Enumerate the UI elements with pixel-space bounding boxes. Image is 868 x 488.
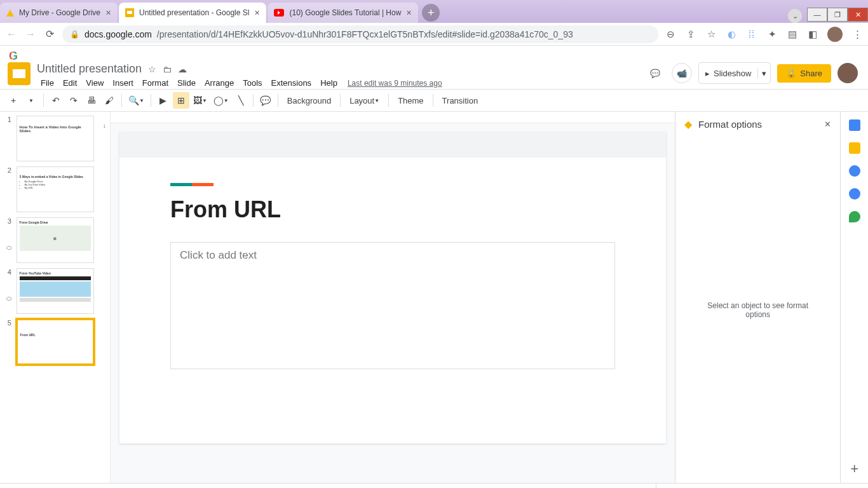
menu-file[interactable]: File: [37, 77, 58, 89]
close-icon[interactable]: ✕: [254, 9, 260, 17]
close-icon[interactable]: ✕: [406, 9, 412, 17]
tasks-icon[interactable]: [849, 165, 860, 177]
thumb-content: How To Insert a Video Into Google Slides: [17, 116, 94, 161]
canvas-area: 1 From URL Click to add text: [99, 112, 675, 483]
reading-list-icon[interactable]: ▤: [787, 29, 798, 40]
slide[interactable]: From URL Click to add text: [119, 132, 666, 444]
theme-button[interactable]: Theme: [393, 92, 428, 109]
lock-icon: 🔒: [70, 30, 79, 39]
speaker-notes[interactable]: Click to add speaker notes: [0, 483, 656, 488]
side-panel-icon[interactable]: ◧: [807, 29, 818, 40]
contacts-icon[interactable]: [849, 188, 860, 200]
panel-empty-state: Select an object to see format options: [675, 137, 840, 483]
slide-canvas[interactable]: From URL Click to add text: [111, 123, 675, 483]
undo-button[interactable]: ↶: [48, 92, 64, 109]
share-button[interactable]: 🔒 Share: [777, 64, 831, 83]
slide-header-strip: [119, 132, 666, 158]
browser-tab-youtube[interactable]: (10) Google Slides Tutorial | How ✕: [268, 3, 418, 23]
url-field[interactable]: 🔒 docs.google.com/presentation/d/14HEfKz…: [62, 25, 658, 43]
last-edit[interactable]: Last edit was 9 minutes ago: [348, 79, 442, 88]
menu-arrange[interactable]: Arrange: [201, 77, 238, 89]
format-options-panel: ◆ Format options ✕ Select an object to s…: [675, 112, 840, 483]
slide-thumb-5[interactable]: 5 From URL: [5, 319, 94, 365]
comments-button[interactable]: 💬: [645, 63, 665, 83]
zoom-button[interactable]: 🔍 ▼: [126, 92, 147, 109]
meet-button[interactable]: 📹: [672, 63, 692, 83]
chrome-menu-icon[interactable]: ⋮: [851, 29, 863, 40]
slide-thumb-1[interactable]: 1 How To Insert a Video Into Google Slid…: [5, 116, 94, 161]
back-button[interactable]: ←: [5, 29, 18, 40]
extensions-icon[interactable]: ✦: [766, 29, 778, 40]
doc-header: Untitled presentation ☆ 🗀 ☁ File Edit Vi…: [0, 61, 868, 89]
paint-format-button[interactable]: 🖌: [101, 92, 118, 109]
browser-actions: ⊖ ⇪ ☆ ◐ ⵂⵂ ✦ ▤ ◧ ⋮: [665, 27, 863, 42]
lock-icon: 🔒: [786, 69, 796, 78]
slideshow-dropdown[interactable]: ▾: [757, 69, 770, 78]
close-icon[interactable]: ✕: [105, 9, 111, 17]
forward-button[interactable]: →: [24, 29, 37, 40]
move-icon[interactable]: 🗀: [163, 64, 172, 74]
video-icon: ⬭: [6, 244, 12, 252]
minimize-button[interactable]: —: [807, 8, 827, 22]
url-path: /presentation/d/14HEfKzkkUO5vov-d1uNhr30…: [157, 29, 573, 39]
background-button[interactable]: Background: [282, 92, 336, 109]
browser-tab-drive[interactable]: My Drive - Google Drive ✕: [0, 3, 118, 23]
line-tool[interactable]: ╲: [233, 92, 249, 109]
close-window-button[interactable]: ✕: [848, 8, 868, 22]
menu-slide[interactable]: Slide: [173, 77, 200, 89]
cloud-icon[interactable]: ☁: [178, 64, 187, 74]
main-area: 1 How To Insert a Video Into Google Slid…: [0, 112, 868, 483]
slide-body-textbox[interactable]: Click to add text: [170, 242, 615, 369]
right-rail: +: [840, 112, 868, 483]
account-avatar[interactable]: [837, 63, 858, 83]
slide-thumb-4[interactable]: 4⬭ From YouTube Video: [5, 268, 94, 314]
thumb-content: 3 Ways to embed a Video in Google Slides…: [17, 166, 94, 212]
new-slide-button[interactable]: +: [5, 92, 22, 109]
layout-button[interactable]: Layout ▼: [344, 92, 384, 109]
print-button[interactable]: 🖶: [83, 92, 100, 109]
menu-edit[interactable]: Edit: [59, 77, 81, 89]
menu-view[interactable]: View: [82, 77, 107, 89]
keep-icon[interactable]: [849, 142, 860, 154]
menu-extensions[interactable]: Extensions: [268, 77, 316, 89]
reload-button[interactable]: ⟳: [43, 28, 56, 40]
maximize-button[interactable]: ❐: [827, 8, 848, 22]
close-panel-button[interactable]: ✕: [824, 119, 831, 129]
comment-button[interactable]: 💬: [257, 92, 274, 109]
menu-help[interactable]: Help: [316, 77, 341, 89]
new-slide-dropdown[interactable]: ▼: [23, 92, 39, 109]
slide-title[interactable]: From URL: [170, 196, 615, 223]
google-logo-icon[interactable]: G: [9, 50, 18, 62]
maps-icon[interactable]: [849, 211, 860, 222]
image-tool[interactable]: 🖼 ▼: [191, 92, 210, 109]
slides-logo-icon[interactable]: [8, 62, 31, 85]
browser-tab-slides[interactable]: Untitled presentation - Google Sl ✕: [119, 3, 266, 23]
slide-thumb-3[interactable]: 3⬭ From Google Drive ▦: [5, 217, 94, 263]
tab-title: My Drive - Google Drive: [19, 8, 100, 17]
star-icon[interactable]: ☆: [148, 64, 156, 74]
slides-icon: [125, 8, 134, 17]
filmstrip[interactable]: 1 How To Insert a Video Into Google Slid…: [0, 112, 99, 483]
calendar-icon[interactable]: [849, 119, 860, 131]
browser-tabs: My Drive - Google Drive ✕ Untitled prese…: [0, 3, 440, 23]
add-on-button[interactable]: +: [848, 463, 861, 475]
slide-thumb-2[interactable]: 2 3 Ways to embed a Video in Google Slid…: [5, 166, 94, 212]
share-page-icon[interactable]: ⇪: [685, 29, 696, 40]
select-tool[interactable]: ▶: [155, 92, 172, 109]
shape-tool[interactable]: ◯ ▼: [211, 92, 231, 109]
textbox-tool[interactable]: ⊞: [173, 92, 189, 109]
chrome-profile-chevron[interactable]: ⌄: [788, 9, 802, 23]
profile-avatar[interactable]: [827, 27, 843, 42]
window-controls: ⌄ — ❐ ✕: [788, 8, 868, 23]
transition-button[interactable]: Transition: [437, 92, 484, 109]
play-icon: ▸: [705, 69, 710, 78]
slideshow-button[interactable]: ▸Slideshow ▾: [698, 62, 771, 84]
new-tab-button[interactable]: +: [422, 4, 440, 22]
doc-title[interactable]: Untitled presentation: [37, 62, 142, 76]
menu-format[interactable]: Format: [139, 77, 172, 89]
format-options-icon: ◆: [684, 118, 692, 130]
menu-insert[interactable]: Insert: [109, 77, 137, 89]
zoom-icon[interactable]: ⊖: [665, 29, 676, 40]
redo-button[interactable]: ↷: [65, 92, 82, 109]
menu-tools[interactable]: Tools: [239, 77, 266, 89]
